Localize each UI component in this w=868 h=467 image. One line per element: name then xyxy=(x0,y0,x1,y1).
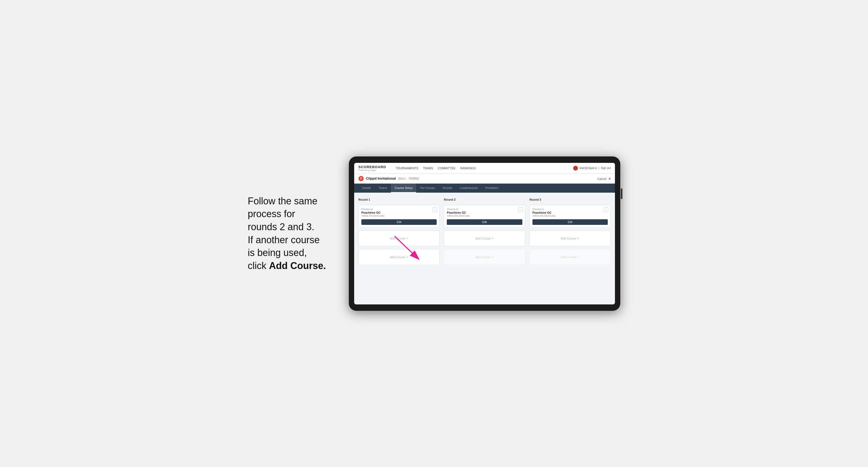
round-3-add-plus-1: + xyxy=(578,237,579,240)
round-1-course-label: (Course A) xyxy=(361,208,437,211)
round-2-course-label: (Course A) xyxy=(447,208,522,211)
round-2-add-label-2: Add Course xyxy=(475,255,491,259)
sub-header: C Clippd Invitational (Men) Hosting Canc… xyxy=(354,174,615,184)
nav-separator: | xyxy=(599,166,599,169)
cancel-area: Cancel ✕ xyxy=(597,176,611,181)
round-3-edit-button[interactable]: Edit xyxy=(532,219,608,225)
round-3-header: Round 3 xyxy=(530,198,611,201)
main-content: Round 1 ○ (Course A) Peachtree GC Yellow… xyxy=(354,193,615,304)
hosting-badge: Hosting xyxy=(408,177,420,180)
round-2-remove-button[interactable]: ○ xyxy=(518,207,523,212)
round-3-add-course-2: Add Course + xyxy=(530,249,611,265)
tournament-title: C Clippd Invitational (Men) Hosting xyxy=(359,176,420,181)
round-1-edit-button[interactable]: Edit xyxy=(361,219,437,225)
instruction-line2: process for xyxy=(248,208,295,219)
nav-rankings[interactable]: RANKINGS xyxy=(460,166,475,170)
round-2-add-course-1[interactable]: Add Course + xyxy=(444,230,525,246)
tablet-screen: SCOREBOARD Powered by clippd TOURNAMENTS… xyxy=(354,163,615,304)
round-3-course-details: Yellow (M) (6629 yds) xyxy=(532,215,608,217)
round-3-add-label-1: Add Course xyxy=(561,237,576,240)
c-logo-icon: C xyxy=(359,176,364,181)
logo-subtitle: Powered by clippd xyxy=(359,169,386,172)
round-2-column: Round 2 ○ (Course A) Peachtree GC Yellow… xyxy=(444,198,525,265)
cancel-button[interactable]: Cancel ✕ xyxy=(597,177,611,180)
nav-tournaments[interactable]: TOURNAMENTS xyxy=(396,166,418,170)
round-2-add-plus-1: + xyxy=(492,237,494,240)
instruction-text: Follow the same process for rounds 2 and… xyxy=(248,195,333,273)
tab-printables[interactable]: Printables xyxy=(482,184,502,193)
tab-details[interactable]: Details xyxy=(359,184,375,193)
round-1-course-name: Peachtree GC xyxy=(361,211,437,214)
tab-bar: Details Teams Course Setup Tee Groups Re… xyxy=(354,184,615,193)
tab-results[interactable]: Results xyxy=(439,184,456,193)
tab-course-setup[interactable]: Course Setup xyxy=(391,184,416,193)
round-2-course-card: ○ (Course A) Peachtree GC Yellow (M) (66… xyxy=(444,205,525,228)
round-1-remove-button[interactable]: ○ xyxy=(432,207,437,212)
round-1-course-card: ○ (Course A) Peachtree GC Yellow (M) (66… xyxy=(359,205,440,228)
round-3-course-card: ○ (Course A) Peachtree GC Yellow (M) (66… xyxy=(530,205,611,228)
tournament-name: Clippd Invitational xyxy=(366,177,396,180)
user-email: blair@clippd.io xyxy=(580,166,597,169)
round-3-column: Round 3 ○ (Course A) Peachtree GC Yellow… xyxy=(530,198,611,265)
nav-committee[interactable]: COMMITTEE xyxy=(438,166,456,170)
round-1-add-label-1: Add Course xyxy=(390,237,405,240)
round-1-column: Round 1 ○ (Course A) Peachtree GC Yellow… xyxy=(359,198,440,265)
round-1-add-label-2: Add Course xyxy=(390,255,405,259)
user-avatar xyxy=(573,166,578,170)
instruction-line3: rounds 2 and 3. xyxy=(248,221,314,232)
round-1-course-details: Yellow (M) (6629 yds) xyxy=(361,215,437,217)
sign-out-link[interactable]: Sign out xyxy=(601,166,611,169)
men-label: (Men) xyxy=(398,177,406,180)
round-3-add-plus-2: + xyxy=(578,255,579,259)
round-3-remove-button[interactable]: ○ xyxy=(603,207,608,212)
round-1-add-course-2[interactable]: Add Course + xyxy=(359,249,440,265)
round-2-add-course-2: Add Course + xyxy=(444,249,525,265)
rounds-grid: Round 1 ○ (Course A) Peachtree GC Yellow… xyxy=(359,198,611,265)
logo-title: SCOREBOARD xyxy=(359,165,386,169)
cancel-label: Cancel xyxy=(597,177,607,180)
round-1-add-plus-1: + xyxy=(406,237,408,240)
instruction-line4: If another course xyxy=(248,235,319,245)
nav-links: TOURNAMENTS TEAMS COMMITTEE RANKINGS xyxy=(396,166,567,170)
tab-teams[interactable]: Teams xyxy=(375,184,391,193)
round-3-add-label-2: Add Course xyxy=(561,255,576,259)
nav-teams[interactable]: TEAMS xyxy=(423,166,433,170)
round-1-add-plus-2: + xyxy=(406,255,408,259)
tab-leaderboards[interactable]: Leaderboards xyxy=(456,184,482,193)
round-2-course-name: Peachtree GC xyxy=(447,211,522,214)
round-2-add-label-1: Add Course xyxy=(475,237,491,240)
tab-tee-groups[interactable]: Tee Groups xyxy=(416,184,439,193)
round-3-course-label: (Course A) xyxy=(532,208,608,211)
round-2-course-details: Yellow (M) (6629 yds) xyxy=(447,215,522,217)
instruction-line6-plain: click xyxy=(248,260,269,271)
top-nav: SCOREBOARD Powered by clippd TOURNAMENTS… xyxy=(354,163,615,174)
round-2-edit-button[interactable]: Edit xyxy=(447,219,522,225)
round-2-header: Round 2 xyxy=(444,198,525,201)
instruction-line6-bold: Add Course. xyxy=(269,260,326,271)
round-1-header: Round 1 xyxy=(359,198,440,201)
round-3-add-course-1[interactable]: Add Course + xyxy=(530,230,611,246)
cancel-x-icon: ✕ xyxy=(608,177,611,180)
page-wrapper: Follow the same process for rounds 2 and… xyxy=(248,156,620,311)
round-2-add-plus-2: + xyxy=(492,255,494,259)
round-1-add-course-1[interactable]: Add Course + xyxy=(359,230,440,246)
instruction-line5: is being used, xyxy=(248,247,307,258)
instruction-line1: Follow the same xyxy=(248,195,317,207)
tablet-device: SCOREBOARD Powered by clippd TOURNAMENTS… xyxy=(349,156,620,311)
nav-right: blair@clippd.io | Sign out xyxy=(573,166,611,170)
round-3-course-name: Peachtree GC xyxy=(532,211,608,214)
logo-area: SCOREBOARD Powered by clippd xyxy=(359,165,386,172)
